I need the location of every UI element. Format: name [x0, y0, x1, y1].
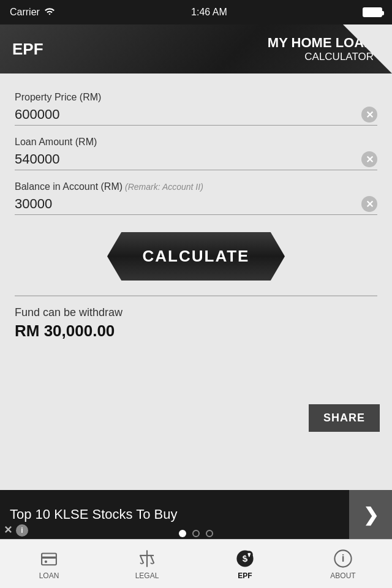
- svg-point-2: [45, 560, 47, 562]
- nav-item-legal[interactable]: LEGAL: [123, 548, 172, 580]
- header-title: MY HOME LOAN CALCULATOR: [268, 35, 380, 64]
- ad-dismiss-controls: ✕ i: [4, 524, 28, 537]
- bottom-nav: LOAN LEGAL $ EPF i ABOUT: [0, 539, 392, 588]
- ad-close-icon[interactable]: ✕: [4, 524, 12, 537]
- loan-amount-input-wrap: ✕: [15, 151, 377, 170]
- result-label: Fund can be withdraw: [15, 306, 377, 319]
- header-title-sub: CALCULATOR: [268, 51, 374, 63]
- dot-1: [179, 530, 186, 537]
- loan-amount-input[interactable]: [15, 151, 361, 167]
- result-section: Fund can be withdraw RM 30,000.00: [15, 306, 377, 341]
- dot-3: [206, 530, 213, 537]
- epf-nav-icon: $: [235, 548, 255, 569]
- nav-loan-label: LOAN: [39, 571, 59, 580]
- loan-nav-icon: [39, 548, 59, 569]
- page-dots: [179, 530, 213, 537]
- property-price-input-wrap: ✕: [15, 107, 377, 126]
- balance-account-field: Balance in Account (RM) (Remark: Account…: [15, 181, 377, 215]
- property-price-input[interactable]: [15, 107, 361, 123]
- result-value: RM 30,000.00: [15, 322, 377, 341]
- svg-text:i: i: [342, 552, 345, 564]
- wifi-icon: [43, 6, 56, 18]
- main-content: Property Price (RM) ✕ Loan Amount (RM) ✕…: [0, 74, 392, 341]
- battery-icon: [363, 7, 382, 17]
- svg-rect-0: [42, 553, 56, 565]
- status-bar: Carrier 1:46 AM: [0, 0, 392, 24]
- header-epf-label: EPF: [12, 40, 43, 59]
- svg-rect-1: [42, 556, 56, 558]
- ad-text: Top 10 KLSE Stocks To Buy: [10, 507, 178, 522]
- app-header: EPF MY HOME LOAN CALCULATOR: [0, 24, 392, 74]
- result-divider: [15, 295, 377, 296]
- nav-legal-label: LEGAL: [135, 571, 159, 580]
- time-display: 1:46 AM: [191, 7, 227, 18]
- calculate-button[interactable]: CALCULATE: [107, 232, 285, 281]
- ad-arrow-icon: ❯: [363, 504, 379, 526]
- loan-amount-label: Loan Amount (RM): [15, 137, 377, 148]
- loan-amount-field: Loan Amount (RM) ✕: [15, 137, 377, 170]
- balance-account-clear-button[interactable]: ✕: [361, 196, 377, 212]
- property-price-field: Property Price (RM) ✕: [15, 92, 377, 126]
- loan-amount-clear-button[interactable]: ✕: [361, 151, 377, 167]
- nav-item-loan[interactable]: LOAN: [24, 548, 74, 580]
- legal-nav-icon: [137, 548, 157, 569]
- carrier-text: Carrier: [10, 7, 40, 18]
- header-title-main: MY HOME LOAN: [268, 35, 374, 51]
- share-button[interactable]: SHARE: [309, 404, 380, 432]
- ad-info-icon[interactable]: i: [16, 524, 28, 537]
- balance-account-label: Balance in Account (RM) (Remark: Account…: [15, 181, 377, 192]
- property-price-label: Property Price (RM): [15, 92, 377, 103]
- about-nav-icon: i: [333, 548, 353, 569]
- nav-about-label: ABOUT: [330, 571, 355, 580]
- nav-item-about[interactable]: i ABOUT: [318, 548, 368, 580]
- balance-account-input[interactable]: [15, 196, 361, 212]
- nav-item-epf[interactable]: $ EPF: [221, 548, 270, 580]
- carrier-signal: Carrier: [10, 6, 56, 18]
- property-price-clear-button[interactable]: ✕: [361, 107, 377, 123]
- ad-arrow-button[interactable]: ❯: [349, 490, 392, 539]
- balance-account-input-wrap: ✕: [15, 196, 377, 215]
- dot-2: [192, 530, 200, 537]
- nav-epf-label: EPF: [238, 571, 252, 580]
